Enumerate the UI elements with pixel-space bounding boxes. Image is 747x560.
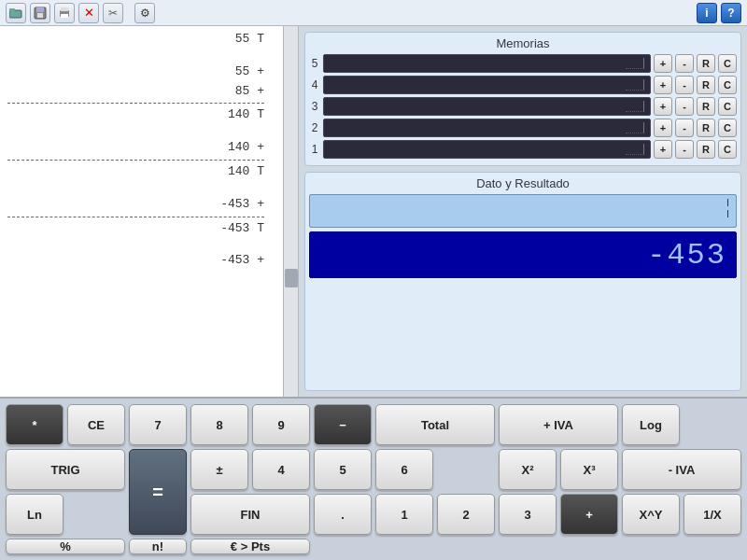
- log-btn[interactable]: Log: [622, 404, 680, 445]
- svg-rect-4: [37, 13, 43, 18]
- tape-divider: [7, 217, 264, 217]
- memory-row-5: 5 + - R C: [309, 54, 737, 73]
- memory-label-4: 4: [309, 78, 320, 91]
- two-btn[interactable]: 2: [437, 494, 495, 535]
- svg-rect-3: [36, 7, 44, 12]
- tape-row: 140 +: [0, 138, 298, 158]
- memory-row-3: 3 + - R C: [309, 97, 737, 116]
- memory-r-5[interactable]: R: [697, 54, 715, 73]
- dot-btn[interactable]: .: [314, 494, 372, 535]
- memory-display-4: [323, 76, 651, 94]
- tape-divider: [7, 103, 264, 104]
- fin-btn[interactable]: FIN: [190, 494, 310, 535]
- info-icon[interactable]: i: [697, 3, 717, 23]
- cut-icon[interactable]: ✂: [103, 3, 123, 23]
- memory-label-2: 2: [309, 121, 320, 134]
- sq-btn[interactable]: X²: [499, 449, 557, 490]
- memory-c-5[interactable]: C: [718, 54, 737, 73]
- memory-minus-1[interactable]: -: [675, 140, 694, 159]
- result-value: -453: [647, 238, 726, 273]
- help-icon[interactable]: ?: [721, 3, 741, 23]
- eight-btn[interactable]: 8: [190, 404, 248, 445]
- total-btn[interactable]: Total: [375, 404, 495, 445]
- tape-row: 55 T: [0, 30, 298, 49]
- inv-btn[interactable]: 1/X: [684, 494, 741, 535]
- memories-section: Memorias 5 + - R C 4 + - R C 3: [304, 32, 741, 166]
- toolbar: ✕ ✂ ⚙ i ?: [0, 0, 747, 26]
- memory-c-3[interactable]: C: [718, 97, 737, 116]
- memory-r-4[interactable]: R: [697, 76, 715, 94]
- nine-btn[interactable]: 9: [252, 404, 310, 445]
- ln-btn[interactable]: Ln: [6, 494, 63, 535]
- memory-minus-5[interactable]: -: [675, 54, 694, 73]
- memory-minus-2[interactable]: -: [675, 119, 694, 137]
- memory-row-1: 1 + - R C: [309, 140, 737, 159]
- minus-btn[interactable]: −: [314, 404, 372, 445]
- svg-rect-0: [9, 10, 21, 18]
- memory-display-3: [323, 97, 651, 116]
- six-btn[interactable]: 6: [375, 449, 433, 490]
- minus-iva-btn[interactable]: - IVA: [622, 449, 741, 490]
- percent-btn[interactable]: %: [6, 539, 125, 554]
- memory-c-4[interactable]: C: [718, 76, 737, 94]
- memory-plus-4[interactable]: +: [654, 76, 672, 94]
- print-icon[interactable]: [54, 3, 75, 23]
- tape-row: -453 T: [0, 219, 298, 239]
- delete-icon[interactable]: ✕: [78, 3, 99, 23]
- tape-row: 85 +: [0, 82, 298, 102]
- memory-c-2[interactable]: C: [718, 119, 737, 137]
- plus-iva-btn[interactable]: + IVA: [499, 404, 618, 445]
- save-icon[interactable]: [30, 3, 50, 23]
- memory-label-3: 3: [309, 100, 320, 113]
- memory-minus-3[interactable]: -: [675, 97, 694, 116]
- tape-row: -453 +: [0, 251, 298, 271]
- equals-btn[interactable]: =: [129, 449, 187, 535]
- seven-btn[interactable]: 7: [129, 404, 187, 445]
- memories-title: Memorias: [309, 36, 737, 50]
- gear-icon[interactable]: ⚙: [134, 3, 155, 23]
- memory-display-5: [323, 54, 651, 73]
- cube-btn[interactable]: X³: [560, 449, 618, 490]
- multiply-btn[interactable]: *: [6, 404, 63, 445]
- tape-row: 140 T: [0, 105, 298, 125]
- svg-rect-1: [9, 8, 15, 11]
- plusminus-btn[interactable]: ±: [190, 449, 248, 490]
- cursor-mark: [727, 199, 728, 217]
- memory-minus-4[interactable]: -: [675, 76, 694, 94]
- scrollbar-thumb[interactable]: [285, 269, 298, 287]
- one-btn[interactable]: 1: [375, 494, 433, 535]
- tape-row: -453 +: [0, 195, 298, 215]
- svg-rect-7: [61, 14, 68, 18]
- memory-label-1: 1: [309, 143, 320, 156]
- result-section: Dato y Resultado -453: [304, 172, 741, 391]
- factorial-btn[interactable]: n!: [129, 539, 187, 554]
- memory-row-2: 2 + - R C: [309, 119, 737, 137]
- memory-plus-1[interactable]: +: [654, 140, 672, 159]
- keypad: * CE 7 8 9 − Total + IVA Log TRIG = ± 4 …: [0, 397, 747, 560]
- memory-c-1[interactable]: C: [718, 140, 737, 159]
- empty1: [437, 449, 495, 490]
- ce-btn[interactable]: CE: [67, 404, 125, 445]
- folder-open-icon[interactable]: [6, 3, 26, 23]
- tape-row: 140 T: [0, 162, 298, 182]
- five-btn[interactable]: 5: [314, 449, 372, 490]
- memory-r-1[interactable]: R: [697, 140, 715, 159]
- xpowy-btn[interactable]: X^Y: [622, 494, 680, 535]
- three-btn[interactable]: 3: [499, 494, 557, 535]
- memory-r-2[interactable]: R: [697, 119, 715, 137]
- tape-scrollbar[interactable]: [283, 26, 298, 397]
- svg-rect-6: [61, 7, 68, 11]
- memory-plus-5[interactable]: +: [654, 54, 672, 73]
- plus-btn[interactable]: +: [560, 494, 618, 535]
- tape-divider: [7, 160, 264, 161]
- memory-plus-2[interactable]: +: [654, 119, 672, 137]
- memory-row-4: 4 + - R C: [309, 76, 737, 94]
- eur-pts-btn[interactable]: € > Pts: [190, 539, 310, 554]
- memory-r-3[interactable]: R: [697, 97, 715, 116]
- input-display[interactable]: [309, 194, 737, 228]
- memory-plus-3[interactable]: +: [654, 97, 672, 116]
- tape-row: 55 +: [0, 63, 298, 82]
- trig-btn[interactable]: TRIG: [6, 449, 125, 490]
- memory-display-1: [323, 140, 651, 159]
- four-btn[interactable]: 4: [252, 449, 310, 490]
